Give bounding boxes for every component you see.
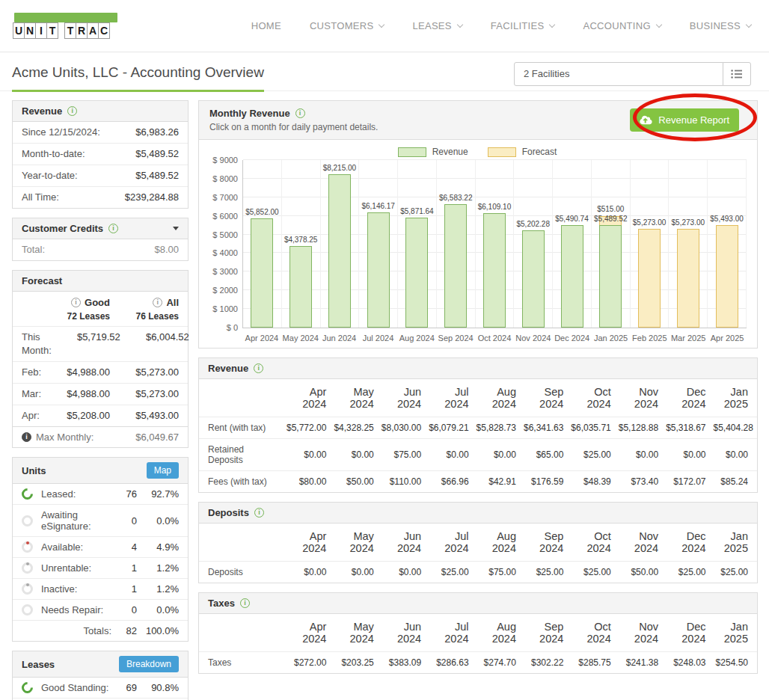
status-donut-plain-icon	[22, 604, 33, 615]
revenue-bar-segment	[599, 225, 622, 328]
leases-rows: Good Standing:6990.8%Poor Standing:79.2%…	[13, 678, 188, 700]
chart-bar-apr-2025[interactable]: $5,493.00	[708, 160, 747, 328]
nav-item-business[interactable]: BUSINESS	[690, 20, 751, 31]
month-axis-label: Nov 2024	[514, 328, 553, 345]
customer-credits-header: Customer Credits i	[13, 218, 188, 239]
table-cell: $75.00	[473, 562, 520, 583]
info-circle-icon[interactable]: i	[295, 108, 305, 118]
table-cell: $25.00	[567, 562, 614, 583]
month-axis-label: Apr 2025	[708, 328, 747, 345]
status-donut-dot-gray-icon	[22, 583, 33, 595]
info-circle-icon[interactable]: i	[108, 224, 118, 233]
y-tick-label: $ 6000	[212, 212, 238, 221]
month-axis-label: Sep 2024	[436, 328, 475, 345]
chart-bar-mar-2025[interactable]: $5,273.00	[669, 160, 708, 328]
chevron-down-icon	[379, 21, 384, 27]
list-icon	[731, 69, 743, 79]
nav-item-accounting[interactable]: ACCOUNTING	[583, 20, 661, 31]
bar-stack	[522, 230, 545, 328]
month-column-header: Dec 2024	[662, 524, 709, 562]
breakdown-button[interactable]: Breakdown	[119, 656, 179, 672]
chart-plot: $ 0$ 1000$ 2000$ 3000$ 4000$ 5000$ 6000$…	[242, 160, 747, 328]
nav-item-leases[interactable]: LEASES	[412, 20, 462, 31]
table-cell: $50.00	[330, 471, 377, 493]
units-title: Units	[22, 465, 46, 476]
units-row-count: 1	[111, 583, 137, 595]
units-totals-row: Totals: 82 100.0%	[13, 620, 188, 641]
chart-bar-label: $4,378.25	[284, 236, 318, 244]
summary-row: Total:$8.00	[13, 239, 188, 260]
chart-bar-jun-2024[interactable]: $8,215.00	[321, 160, 360, 328]
table-cell: $5,772.00	[283, 417, 330, 439]
units-row-label: Leased:	[41, 488, 111, 500]
taxes-table-title: Taxes	[208, 598, 235, 609]
chart-bar-jan-2025[interactable]: $515.00$5,489.52	[592, 160, 631, 328]
table-cell: $0.00	[330, 562, 377, 583]
forecast-all-value: $5,493.00	[110, 409, 179, 423]
info-circle-icon[interactable]: i	[153, 298, 162, 307]
chart-bar-dec-2024[interactable]: $5,490.74	[553, 160, 592, 328]
info-circle-icon[interactable]: i	[71, 298, 81, 307]
month-axis-label: Dec 2024	[553, 328, 592, 345]
facility-list-button[interactable]	[723, 62, 751, 86]
leases-row-label: Good Standing:	[41, 682, 111, 693]
info-circle-icon[interactable]: i	[240, 598, 250, 608]
forecast-bar-segment	[638, 229, 661, 328]
table-cell: $25.00	[520, 562, 567, 583]
table-cell: $248.03	[662, 652, 709, 674]
logo-letter: C	[98, 22, 110, 39]
caret-down-icon[interactable]	[173, 227, 179, 230]
table-cell: $5,404.28	[710, 417, 757, 439]
logo-letter: N	[24, 22, 36, 39]
monthly-revenue-panel: Monthly Revenue i Click on a month for d…	[198, 100, 758, 349]
table-cell: $75.00	[378, 439, 425, 471]
chart-bar-sep-2024[interactable]: $6,583.22	[437, 160, 476, 328]
nav-item-customers[interactable]: CUSTOMERS	[310, 20, 384, 31]
chart-bar-aug-2024[interactable]: $5,871.64	[398, 160, 437, 328]
chart-bar-apr-2024[interactable]: $5,852.00	[243, 160, 282, 328]
nav-item-label: CUSTOMERS	[310, 20, 374, 31]
month-column-header: Oct 2024	[567, 379, 614, 417]
leases-row-count: 69	[111, 682, 137, 693]
summary-row-value: $5,489.52	[135, 147, 179, 161]
taxes-table: Apr 2024May 2024Jun 2024Jul 2024Aug 2024…	[199, 614, 757, 673]
nav-item-facilities[interactable]: FACILITIES	[491, 20, 555, 31]
bar-stack	[638, 229, 661, 328]
month-column-header: Jul 2024	[425, 614, 472, 652]
taxes-table-panel: TaxesiApr 2024May 2024Jun 2024Jul 2024Au…	[198, 592, 758, 674]
forecast-good-value: $4,988.00	[41, 366, 110, 379]
bar-stack	[677, 229, 699, 328]
revenue-bar-segment	[522, 230, 545, 328]
facility-selector-value[interactable]: 2 Facilities	[514, 62, 723, 86]
info-circle-icon[interactable]: i	[22, 432, 31, 442]
info-circle-icon[interactable]: i	[67, 106, 77, 116]
revenue-report-button[interactable]: Revenue Report	[630, 108, 739, 132]
summary-row: Month-to-date:$5,489.52	[13, 143, 188, 165]
chart-bar-label: $5,273.00	[672, 218, 705, 227]
units-totals-label: Totals:	[22, 625, 111, 636]
month-column-header: May 2024	[330, 379, 377, 417]
month-column-header: May 2024	[330, 524, 377, 562]
y-tick-label: $ 3000	[212, 267, 238, 276]
chart-bar-jul-2024[interactable]: $6,146.17	[359, 160, 398, 328]
logo-letter: R	[76, 22, 88, 39]
forecast-column-headers: i Good 72 Leases i All 76 Leases	[13, 292, 188, 326]
summary-row: All Time:$239,284.88	[13, 186, 188, 208]
chart-bar-nov-2024[interactable]: $5,202.28	[514, 160, 553, 328]
chart-bar-may-2024[interactable]: $4,378.25	[282, 160, 321, 328]
chevron-down-icon	[457, 21, 463, 27]
info-circle-icon[interactable]: i	[254, 508, 264, 518]
nav-item-home[interactable]: HOME	[251, 20, 281, 31]
table-cell: $80.00	[283, 471, 330, 493]
month-column-header: May 2024	[330, 614, 377, 652]
info-circle-icon[interactable]: i	[254, 363, 263, 373]
map-button[interactable]: Map	[147, 462, 179, 479]
chart-bar-feb-2025[interactable]: $5,273.00	[631, 160, 670, 328]
table-cell: $65.00	[520, 439, 567, 471]
unittrac-logo[interactable]: UNITTRAC	[13, 13, 120, 39]
chart-bar-oct-2024[interactable]: $6,109.10	[476, 160, 515, 328]
month-column-header: Aug 2024	[473, 379, 520, 417]
revenue-table-panel: RevenueiApr 2024May 2024Jun 2024Jul 2024…	[198, 357, 758, 493]
bar-stack	[716, 225, 738, 328]
table-row-label: Fees (with tax)	[199, 471, 283, 493]
